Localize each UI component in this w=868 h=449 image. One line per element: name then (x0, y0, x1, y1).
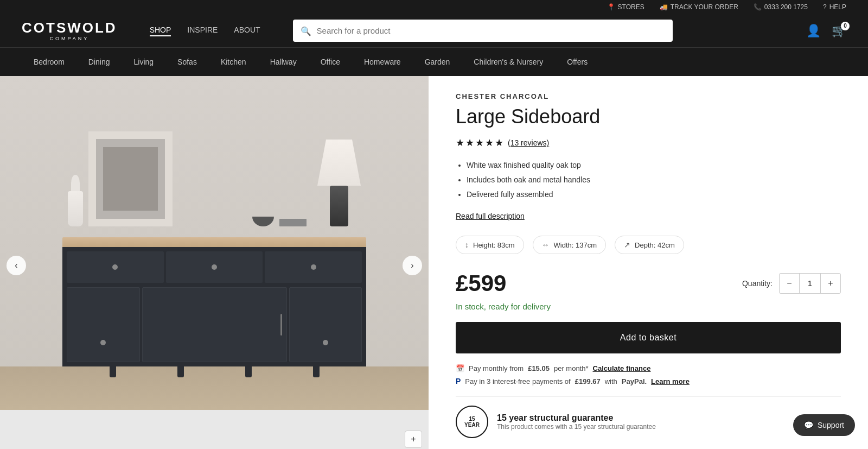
door-knob-left (100, 340, 106, 345)
image-prev-button[interactable]: ‹ (7, 256, 26, 275)
help-icon: ? (823, 3, 827, 11)
paypal-learn-more-link[interactable]: Learn more (651, 377, 690, 385)
door-knob-right (323, 340, 328, 345)
vase-body (68, 191, 83, 226)
door-handle-center (280, 314, 282, 336)
logo-main: COTSWOLD (22, 21, 117, 35)
finance-suffix: per month* (554, 364, 589, 372)
knob-3 (311, 264, 316, 270)
product-image-wrap: ‹ › + (0, 76, 429, 449)
logo[interactable]: COTSWOLD COMPANY (22, 21, 117, 41)
support-button[interactable]: 💬 Support (793, 414, 855, 436)
header-actions: 👤 🛒 0 (806, 24, 846, 38)
dimension-width: ↔ Width: 137cm (533, 236, 606, 254)
cart-badge: 0 (841, 22, 850, 30)
depth-icon: ↗ (624, 241, 630, 249)
price-row: £599 Quantity: − 1 + (456, 270, 841, 296)
main-content: ‹ › + CHESTER CHARCOAL Large Sideboard ★… (0, 76, 868, 449)
books (279, 219, 307, 226)
nav-shop[interactable]: SHOP (150, 26, 171, 36)
paypal-prefix: Pay in 3 interest-free payments of (465, 377, 570, 385)
drawer-2 (166, 251, 263, 283)
nav-item-dining[interactable]: Dining (76, 48, 122, 76)
track-label: TRACK YOUR ORDER (671, 3, 738, 11)
nav-item-living[interactable]: Living (122, 48, 166, 76)
nav-item-homeware[interactable]: Homeware (352, 48, 413, 76)
header-nav: SHOP INSPIRE ABOUT (150, 26, 260, 36)
truck-icon: 🚚 (660, 3, 668, 11)
nav-item-bedroom[interactable]: Bedroom (22, 48, 76, 76)
nav-about[interactable]: ABOUT (234, 26, 260, 36)
search-input[interactable] (293, 20, 673, 42)
quantity-value: 1 (799, 274, 821, 293)
guarantee-row: 15YEAR 15 year structural guarantee This… (456, 396, 841, 438)
chat-icon: 💬 (804, 421, 813, 429)
vase-item (68, 175, 83, 226)
door-left (67, 287, 140, 362)
feature-3: Delivered fully assembled (467, 189, 841, 200)
reviews-link[interactable]: (13 reviews) (508, 138, 549, 147)
drawer-1 (67, 251, 164, 283)
logo-sub: COMPANY (49, 36, 89, 41)
width-icon: ↔ (542, 241, 550, 249)
calculate-finance-link[interactable]: Calculate finance (593, 364, 651, 372)
add-to-basket-button[interactable]: Add to basket (456, 322, 841, 353)
lamp (317, 140, 361, 226)
dimension-height: ↕ Height: 83cm (456, 236, 524, 254)
guarantee-badge-text: 15YEAR (464, 416, 480, 428)
finance-amount: £15.05 (528, 364, 550, 372)
quantity-increase-button[interactable]: + (821, 274, 840, 293)
quantity-section: Quantity: − 1 + (742, 273, 841, 294)
header: COTSWOLD COMPANY SHOP INSPIRE ABOUT 🔍 👤 … (0, 14, 868, 47)
vase-neck (71, 175, 80, 191)
phone-link[interactable]: 📞 0333 200 1725 (754, 3, 808, 11)
knob-1 (112, 264, 118, 270)
sideboard-drawer-row (62, 247, 366, 285)
stores-link[interactable]: 📍 STORES (607, 3, 644, 11)
image-next-button[interactable]: › (403, 256, 422, 275)
knob-2 (212, 264, 217, 270)
cart-button[interactable]: 🛒 0 (832, 24, 846, 38)
track-order-link[interactable]: 🚚 TRACK YOUR ORDER (660, 3, 738, 11)
account-button[interactable]: 👤 (806, 24, 821, 38)
nav-item-garden[interactable]: Garden (413, 48, 462, 76)
support-label: Support (818, 421, 844, 429)
nav-item-office[interactable]: Office (309, 48, 352, 76)
bowl (252, 217, 274, 226)
sideboard-top (62, 237, 366, 247)
width-value: Width: 137cm (554, 241, 597, 249)
star-3: ★ (475, 137, 484, 149)
nav-inspire[interactable]: INSPIRE (187, 26, 218, 36)
lamp-shade (317, 140, 361, 186)
paypal-icon: P (456, 377, 461, 385)
sideboard-door-row (62, 285, 366, 366)
phone-icon: 📞 (754, 3, 762, 11)
quantity-label: Quantity: (742, 279, 773, 288)
account-icon: 👤 (806, 24, 821, 37)
nav-item-kitchen[interactable]: Kitchen (209, 48, 258, 76)
paypal-amount: £199.67 (575, 377, 601, 385)
help-link[interactable]: ? HELP (823, 3, 846, 11)
nav-item-children[interactable]: Children's & Nursery (462, 48, 555, 76)
star-rating: ★ ★ ★ ★ ★ (456, 137, 503, 149)
nav-item-hallway[interactable]: Hallway (258, 48, 309, 76)
quantity-decrease-button[interactable]: − (780, 274, 799, 293)
height-icon: ↕ (465, 241, 469, 249)
star-1: ★ (456, 137, 464, 149)
nav-item-offers[interactable]: Offers (555, 48, 599, 76)
read-full-description-link[interactable]: Read full description (456, 212, 525, 220)
paypal-row: P Pay in 3 interest-free payments of £19… (456, 377, 841, 385)
feature-2: Includes both oak and metal handles (467, 174, 841, 186)
door-right (289, 287, 362, 362)
dimension-depth: ↗ Depth: 42cm (615, 236, 684, 254)
product-image (0, 76, 429, 410)
picture-frame (88, 131, 173, 226)
star-2: ★ (465, 137, 474, 149)
stock-status: In stock, ready for delivery (456, 302, 841, 311)
feature-1: White wax finished quality oak top (467, 160, 841, 171)
paypal-middle: with (605, 377, 617, 385)
zoom-button[interactable]: + (405, 431, 422, 448)
calendar-icon: 📅 (456, 364, 464, 372)
decor-items (62, 131, 366, 226)
nav-item-sofas[interactable]: Sofas (165, 48, 209, 76)
